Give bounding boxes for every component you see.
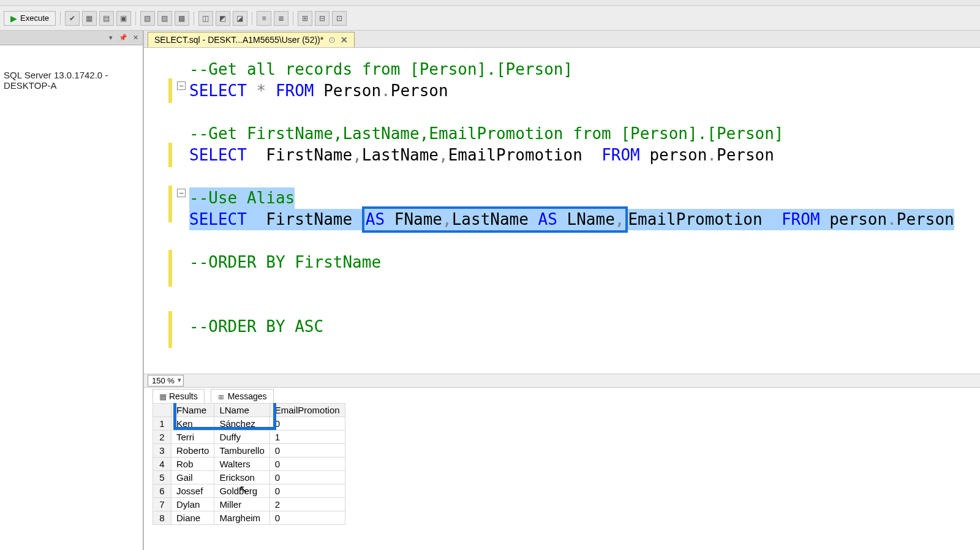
tab-close-icon[interactable]: ✕ (341, 35, 348, 45)
cell-fname[interactable]: Roberto (172, 444, 214, 458)
code-comment: --Get all records from [Person].[Person] (189, 59, 573, 80)
col-header-fname[interactable]: FName (172, 404, 214, 417)
cell-promo[interactable]: 0 (270, 417, 345, 431)
results-table[interactable]: FName LName EmailPromotion 1KenSánchez02… (153, 403, 345, 525)
sidebar-pin-icon[interactable]: 📌 (118, 33, 128, 43)
code-op: , (615, 210, 625, 228)
cell-lname[interactable]: Walters (214, 458, 270, 471)
sql-editor[interactable]: − − --Get all records from [Person].[Per… (144, 48, 980, 374)
grid-icon: ▦ (159, 392, 167, 401)
code-keyword: SELECT (189, 80, 247, 102)
table-row[interactable]: 7DylanMiller2 (153, 498, 345, 511)
code-id: Person (897, 210, 954, 228)
cell-fname[interactable]: Ken (172, 417, 214, 431)
row-number: 4 (153, 458, 172, 471)
cell-promo[interactable]: 0 (270, 484, 345, 498)
row-number: 6 (153, 484, 172, 498)
code-op: . (887, 210, 897, 228)
tb-btn-3[interactable]: ▣ (116, 11, 131, 26)
results-grid[interactable]: FName LName EmailPromotion 1KenSánchez02… (144, 403, 980, 550)
tb-btn-5[interactable]: ▨ (157, 11, 172, 26)
results-tab-label: Results (169, 391, 198, 401)
tb-btn-4[interactable]: ▧ (140, 11, 155, 26)
cell-promo[interactable]: 0 (270, 471, 345, 484)
outdent-button[interactable]: ≣ (274, 11, 288, 26)
main-area: ▾ 📌 ✕ SQL Server 13.0.1742.0 - DESKTOP-A… (0, 31, 980, 550)
messages-tab[interactable]: 🗉 Messages (211, 389, 274, 403)
sidebar-close-icon[interactable]: ✕ (130, 33, 140, 43)
cell-promo[interactable]: 2 (270, 498, 345, 511)
main-toolbar: ▶ Execute ✔ ▦ ▤ ▣ ▧ ▨ ▩ ◫ ◩ ◪ ≡ ≣ ⊞ ⊟ ⊡ (0, 6, 980, 31)
table-row[interactable]: 4RobWalters0 (153, 458, 345, 471)
cell-fname[interactable]: Gail (172, 471, 214, 484)
modification-bar (168, 78, 172, 103)
cell-fname[interactable]: Diane (172, 511, 214, 525)
code-keyword: FROM (782, 210, 820, 228)
code-sp (247, 210, 266, 228)
tb-btn-10[interactable]: ⊡ (332, 11, 347, 26)
row-number: 7 (153, 498, 172, 511)
editor-side: SELECT.sql - DESKT...A1M5655\User (52))*… (144, 31, 980, 550)
cell-lname[interactable]: Sánchez (214, 417, 270, 431)
col-header-emailpromo[interactable]: EmailPromotion (270, 404, 345, 417)
cell-lname[interactable]: Tamburello (214, 444, 270, 458)
execute-button[interactable]: ▶ Execute (4, 11, 56, 26)
table-row[interactable]: 5GailErickson0 (153, 471, 345, 484)
indent-button[interactable]: ≡ (257, 11, 271, 26)
code-op: , (439, 145, 448, 166)
row-number: 3 (153, 444, 172, 458)
fold-toggle[interactable]: − (177, 189, 186, 197)
server-label: SQL Server 13.0.1742.0 - DESKTOP-A (0, 45, 143, 94)
cell-lname[interactable]: Duffy (214, 431, 270, 444)
toolbar-separator (252, 12, 252, 25)
alias-highlight-box: AS FName,LastName AS LName, (362, 206, 628, 233)
parse-button[interactable]: ✔ (65, 11, 80, 26)
code-id: Person (717, 145, 774, 166)
messages-tab-label: Messages (228, 391, 267, 401)
cell-lname[interactable]: Erickson (214, 471, 270, 484)
fold-toggle[interactable]: − (177, 81, 186, 90)
messages-icon: 🗉 (217, 392, 225, 401)
cell-fname[interactable]: Jossef (172, 484, 214, 498)
cell-promo[interactable]: 0 (270, 458, 345, 471)
sidebar-dropdown-icon[interactable]: ▾ (106, 33, 116, 43)
cell-fname[interactable]: Rob (172, 458, 214, 471)
table-row[interactable]: 2TerriDuffy1 (153, 431, 345, 444)
modification-bar (168, 250, 172, 287)
comment-button[interactable]: ⊞ (298, 11, 312, 26)
table-row[interactable]: 8DianeMargheim0 (153, 511, 345, 525)
cell-fname[interactable]: Terri (172, 431, 214, 444)
uncomment-button[interactable]: ⊟ (315, 11, 330, 26)
code-id: LName (557, 210, 615, 228)
code-id: LastName (452, 210, 538, 228)
play-icon: ▶ (10, 13, 17, 23)
zoom-combo[interactable]: 150 % (148, 375, 184, 386)
toolbar-separator (135, 12, 136, 25)
tab-title: SELECT.sql - DESKT...A1M5655\User (52))* (154, 35, 323, 45)
tab-pin-icon[interactable]: ⊙ (328, 35, 336, 45)
cell-promo[interactable]: 0 (270, 444, 345, 458)
cell-lname[interactable]: Margheim (214, 511, 270, 525)
cell-promo[interactable]: 0 (270, 511, 345, 525)
tb-btn-1[interactable]: ▦ (82, 11, 97, 26)
tb-btn-9[interactable]: ◪ (233, 11, 247, 26)
document-tab[interactable]: SELECT.sql - DESKT...A1M5655\User (52))*… (148, 32, 355, 47)
cell-lname[interactable]: Goldberg (214, 484, 270, 498)
table-row[interactable]: 1KenSánchez0 (153, 417, 345, 431)
table-row[interactable]: 3RobertoTamburello0 (153, 444, 345, 458)
code-keyword: AS (538, 210, 557, 228)
col-header-lname[interactable]: LName (214, 404, 270, 417)
results-tab[interactable]: ▦ Results (153, 389, 205, 403)
row-number: 8 (153, 511, 172, 525)
cell-promo[interactable]: 1 (270, 431, 345, 444)
tb-btn-6[interactable]: ▩ (175, 11, 189, 26)
tb-btn-7[interactable]: ◫ (198, 11, 213, 26)
cell-lname[interactable]: Miller (214, 498, 270, 511)
code-content: --Get all records from [Person].[Person]… (189, 59, 974, 374)
code-op: * (247, 80, 276, 102)
cell-fname[interactable]: Dylan (172, 498, 214, 511)
tb-btn-8[interactable]: ◩ (216, 11, 230, 26)
tb-btn-2[interactable]: ▤ (99, 11, 114, 26)
row-number: 1 (153, 417, 172, 431)
table-row[interactable]: 6JossefGoldberg0 (153, 484, 345, 498)
